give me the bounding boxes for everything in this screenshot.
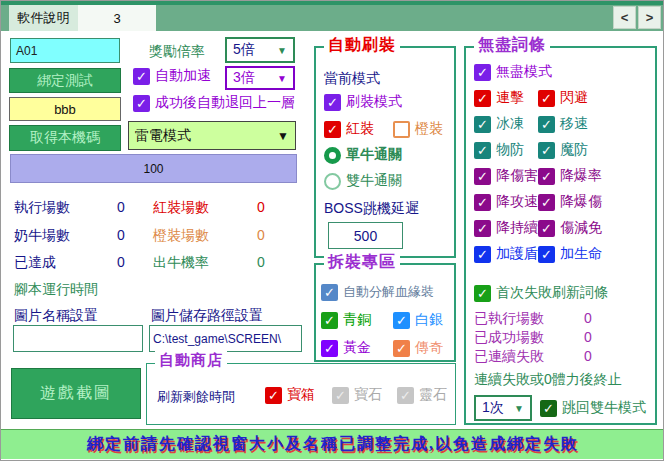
auto-return-checkbox-row[interactable]: 成功後自動退回上一層: [133, 94, 295, 112]
dmg-reduce-checkbox-row[interactable]: 傷減免: [538, 219, 602, 237]
auto-speed-checkbox-row[interactable]: 自動加速: [133, 67, 211, 85]
move-speed-checkbox-row[interactable]: 移速: [538, 115, 588, 133]
endless-mode-checkbox-row[interactable]: 無盡模式: [474, 63, 552, 81]
phys-def-checkbox[interactable]: [474, 142, 491, 159]
game-screenshot-button[interactable]: 遊戲截圖: [11, 368, 141, 419]
red-gear-checkbox-row[interactable]: 紅裝: [324, 120, 374, 138]
game-mode-select[interactable]: 雷電模式 ▼: [128, 121, 296, 150]
hp-up-checkbox-row[interactable]: 加生命: [538, 245, 602, 263]
gold-checkbox[interactable]: [321, 340, 338, 357]
double-cow-radio[interactable]: [324, 173, 341, 190]
bronze-checkbox-row[interactable]: 青銅: [321, 311, 371, 329]
red-gear-checkbox[interactable]: [324, 121, 341, 138]
image-path-input[interactable]: C:\test_game\SCREEN\: [149, 325, 302, 352]
double-cow-radio-row[interactable]: 雙牛通關: [324, 172, 402, 190]
single-cow-radio-row[interactable]: 單牛通關: [324, 146, 402, 164]
refresh-time-label: 刷新剩餘時間: [157, 388, 235, 406]
endless-mode-checkbox[interactable]: [474, 64, 491, 81]
auto-decompose-checkbox[interactable]: [321, 284, 338, 301]
legend-checkbox[interactable]: [393, 340, 410, 357]
gold-checkbox-row[interactable]: 黃金: [321, 339, 371, 357]
freeze-checkbox[interactable]: [474, 116, 491, 133]
shield-up-checkbox[interactable]: [474, 246, 491, 263]
dismantle-group: 拆裝專區 自動分解血緣裝 青銅 白銀 黃金 傳奇: [314, 263, 456, 362]
crit-dmg-down-checkbox-row[interactable]: 降爆傷: [538, 193, 602, 211]
freeze-checkbox-row[interactable]: 冰凍: [474, 115, 524, 133]
auto-speed-select[interactable]: 3倍 ▼: [225, 66, 295, 90]
endless-affix-group: 無盡詞條 無盡模式 連擊 閃避 冰凍 移速 物防 魔防: [464, 46, 657, 425]
gem-checkbox-row: 寶石: [332, 386, 382, 404]
hp-up-checkbox[interactable]: [538, 246, 555, 263]
silver-checkbox[interactable]: [393, 312, 410, 329]
orange-gear-checkbox-row[interactable]: 橙裝: [393, 120, 443, 138]
success-count-value: 0: [578, 329, 598, 345]
magic-def-checkbox-row[interactable]: 魔防: [538, 141, 588, 159]
window-code-input[interactable]: A01: [10, 38, 120, 63]
executed-count-value: 0: [578, 310, 598, 326]
crit-rate-down-checkbox-row[interactable]: 降爆率: [538, 167, 602, 185]
app-window: 軟件說明 3 < > A01 綁定測試 bbb 取得本機碼 100 獎勵倍率 5…: [0, 0, 664, 461]
auto-return-checkbox[interactable]: [133, 95, 150, 112]
dodge-checkbox-row[interactable]: 閃避: [538, 89, 588, 107]
fail-times-select[interactable]: 1次 ▼: [474, 395, 532, 421]
legend-checkbox-row[interactable]: 傳奇: [393, 339, 443, 357]
progress-value: 100: [143, 162, 163, 176]
window-name-input[interactable]: bbb: [9, 97, 121, 121]
phys-def-checkbox-row[interactable]: 物防: [474, 141, 524, 159]
shield-up-checkbox-row[interactable]: 加護盾: [474, 245, 538, 263]
jump-back-checkbox[interactable]: [540, 400, 557, 417]
tab-scroll-right-button[interactable]: >: [638, 6, 661, 29]
atk-speed-down-checkbox-row[interactable]: 降攻速: [474, 193, 538, 211]
move-speed-checkbox[interactable]: [538, 116, 555, 133]
image-name-label: 圖片名稱設置: [14, 307, 98, 325]
first-fail-refresh-checkbox-row[interactable]: 首次失敗刷新詞條: [474, 284, 608, 302]
combo-checkbox-row[interactable]: 連擊: [474, 89, 524, 107]
tab-page-3[interactable]: 3: [78, 5, 156, 31]
boss-delay-input[interactable]: 500: [328, 222, 403, 249]
fail-streak-value: 0: [578, 348, 598, 364]
cow-count-label: 奶牛場數: [14, 227, 70, 245]
chevron-down-icon: ▼: [277, 73, 287, 84]
achieved-label: 已達成: [14, 254, 56, 272]
duration-down-checkbox-row[interactable]: 降持續: [474, 219, 538, 237]
tab-scroll-left-button[interactable]: <: [613, 6, 636, 29]
gem-checkbox: [332, 387, 349, 404]
bronze-checkbox[interactable]: [321, 312, 338, 329]
crit-dmg-down-checkbox[interactable]: [538, 194, 555, 211]
warning-banner: 綁定前請先確認視窗大小及名稱已調整完成,以免造成綁定失敗: [1, 429, 664, 459]
auto-decompose-checkbox-row[interactable]: 自動分解血緣裝: [321, 283, 434, 301]
silver-checkbox-row[interactable]: 白銀: [393, 311, 443, 329]
endless-title: 無盡詞條: [474, 35, 550, 56]
dmg-reduce-checkbox[interactable]: [538, 220, 555, 237]
dmg-down-checkbox-row[interactable]: 降傷害: [474, 167, 538, 185]
chest-checkbox-row[interactable]: 寶箱: [265, 386, 315, 404]
farm-mode-checkbox[interactable]: [324, 94, 341, 111]
duration-down-checkbox[interactable]: [474, 220, 491, 237]
dmg-down-checkbox[interactable]: [474, 168, 491, 185]
orange-gear-checkbox[interactable]: [393, 121, 410, 138]
executed-count-label: 已執行場數: [474, 310, 544, 328]
reward-rate-select[interactable]: 5倍 ▼: [225, 37, 295, 63]
chest-checkbox[interactable]: [265, 387, 282, 404]
crit-rate-down-checkbox[interactable]: [538, 168, 555, 185]
single-cow-radio[interactable]: [324, 147, 341, 164]
farm-mode-checkbox-row[interactable]: 刷裝模式: [324, 93, 402, 111]
cow-count-value: 0: [111, 227, 131, 243]
reward-rate-label: 獎勵倍率: [149, 43, 205, 61]
auto-speed-checkbox[interactable]: [133, 68, 150, 85]
magic-def-checkbox[interactable]: [538, 142, 555, 159]
image-name-input[interactable]: [13, 325, 143, 352]
chevron-left-icon: <: [621, 10, 629, 25]
get-machine-code-button[interactable]: 取得本機碼: [9, 125, 121, 151]
bind-test-button[interactable]: 綁定測試: [9, 68, 121, 93]
dodge-checkbox[interactable]: [538, 90, 555, 107]
achieved-value: 0: [111, 254, 131, 270]
first-fail-refresh-checkbox[interactable]: [474, 285, 491, 302]
warning-banner-text: 綁定前請先確認視窗大小及名稱已調整完成,以免造成綁定失敗: [87, 434, 579, 455]
combo-checkbox[interactable]: [474, 90, 491, 107]
jump-back-checkbox-row[interactable]: 跳回雙牛模式: [540, 399, 646, 417]
orange-gear-count-label: 橙裝場數: [153, 227, 209, 245]
tab-software-help[interactable]: 軟件說明: [9, 5, 78, 31]
atk-speed-down-checkbox[interactable]: [474, 194, 491, 211]
auto-shop-title: 自動商店: [155, 351, 227, 370]
